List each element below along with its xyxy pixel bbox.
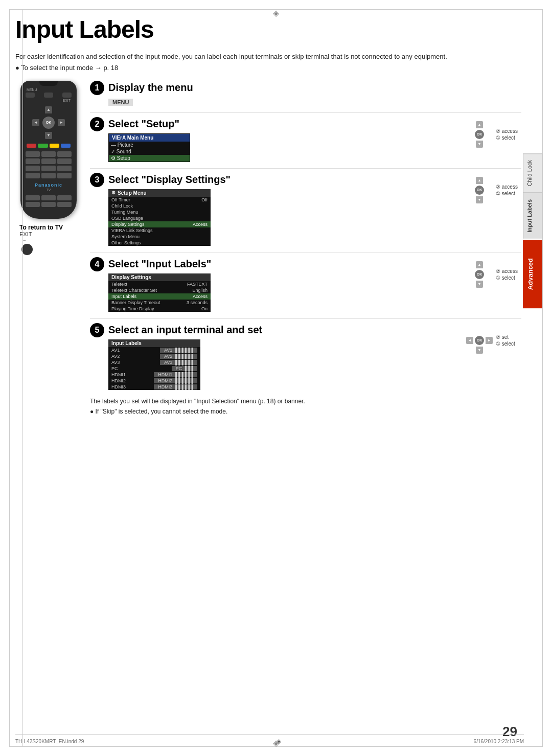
step-5-title: Select an input terminal and set (108, 324, 262, 336)
note-2: ● If "Skip" is selected, you cannot sele… (90, 408, 521, 415)
right-sidebar: Child Lock Input Labels Advanced (523, 153, 542, 308)
step-3-number: 3 (90, 173, 104, 187)
step-1-title: Display the menu (108, 82, 193, 94)
child-lock-tab: Child Lock (523, 153, 542, 193)
step-2: 2 Select "Setup" VIErA Main Menu — Pictu… (90, 117, 521, 162)
step-2-number: 2 (90, 117, 104, 131)
page-title: Input Labels (15, 15, 521, 43)
exit-label: EXIT (19, 231, 82, 237)
step-4: 4 Select "Input Labels" Display Settings… (90, 257, 521, 312)
divider-4 (90, 318, 521, 319)
top-compass: ◈ (273, 8, 279, 18)
menu-row-setup: ⚙ Setup (109, 155, 190, 162)
menu-terminal-screenshot: Input Labels AV1AV1 ▐▐▐▐▐▐ AV2AV2 ▐▐▐▐▐▐… (108, 339, 200, 390)
step-2-title: Select "Setup" (108, 118, 179, 130)
divider-2 (90, 168, 521, 169)
exit-button-circle[interactable] (21, 244, 33, 255)
footer-left: TH-L42S20KMRT_EN.indd 29 (15, 739, 84, 744)
step-1-number: 1 (90, 81, 104, 95)
step-3-title: Select "Display Settings" (108, 174, 231, 186)
step-2-nav-labels: ② access ① select (496, 128, 518, 141)
menu-row-picture: — Picture (109, 142, 190, 148)
remote-illustration: MENU EXIT ▲ ▼ (15, 81, 82, 415)
step-4-nav: ▲ ▼ OK ② access ① select (465, 257, 521, 289)
return-section: To return to TV EXIT → (15, 224, 82, 255)
step-4-nav-labels: ② access ① select (496, 268, 518, 281)
input-labels-tab: Input Labels (523, 193, 542, 239)
brand-label: Panasonic (20, 180, 77, 188)
step-4-number: 4 (90, 257, 104, 271)
menu-input-labels-screenshot: Display Settings TeletextFASTEXT Teletex… (108, 273, 211, 312)
notes-section: The labels you set will be displayed in … (90, 398, 521, 415)
menu-display-settings-screenshot: ⚙ Setup Menu Off TimerOff Child Lock Tun… (108, 189, 211, 246)
advanced-tab: Advanced (523, 240, 542, 308)
step-3-nav: ▲ ▼ OK ② access ① select (465, 173, 521, 204)
return-label: To return to TV (19, 224, 82, 231)
menu-row-sound: ✓ Sound (109, 148, 190, 155)
step-4-title: Select "Input Labels" (108, 258, 211, 270)
menu-setup-title: VIErA Main Menu (109, 134, 190, 142)
footer-right: 6/16/2010 2:23:13 PM (474, 739, 524, 744)
step-5-nav: ▼ ◄ ► OK ② set ① select (465, 323, 521, 355)
step-3-nav-labels: ② access ① select (496, 184, 518, 196)
step-5-number: 5 (90, 323, 104, 337)
note-1: The labels you set will be displayed in … (90, 398, 521, 405)
step-2-nav: ▲ ▼ OK ② access ① select (465, 117, 521, 149)
divider-3 (90, 253, 521, 253)
bottom-compass: ◈ (273, 738, 279, 748)
menu-setup-screenshot: VIErA Main Menu — Picture ✓ Sound ⚙ Setu… (108, 133, 190, 162)
tv-label: TV (20, 188, 77, 192)
main-content: Input Labels For easier identification a… (15, 15, 521, 725)
step-5: 5 Select an input terminal and set Input… (90, 323, 521, 391)
steps-area: 1 Display the menu MENU 2 Select "Setup" (90, 81, 521, 415)
step-5-nav-labels: ② set ① select (496, 334, 515, 347)
step-3: 3 Select "Display Settings" ⚙ Setup Menu… (90, 173, 521, 246)
bullet-text: To select the input mode → p. 18 (15, 64, 521, 72)
divider-1 (90, 112, 521, 113)
left-margin (22, 9, 23, 747)
step-1: 1 Display the menu MENU (90, 81, 521, 106)
footer: TH-L42S20KMRT_EN.indd 29 ◈ 6/16/2010 2:2… (15, 735, 524, 745)
intro-text: For easier identification and selection … (15, 52, 521, 62)
step-1-button: MENU (108, 99, 133, 106)
